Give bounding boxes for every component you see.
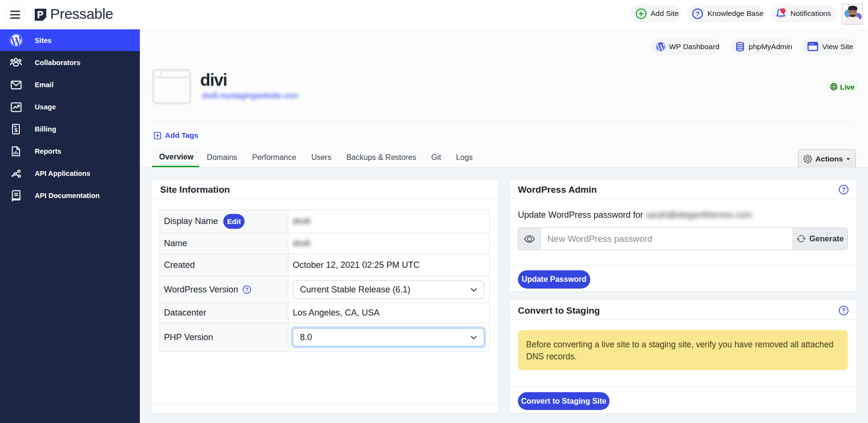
- svg-text:?: ?: [842, 307, 845, 314]
- svg-text:$: $: [14, 127, 17, 133]
- svg-text:?: ?: [695, 10, 699, 17]
- svg-text:?: ?: [245, 286, 248, 292]
- svg-text:?: ?: [842, 186, 845, 193]
